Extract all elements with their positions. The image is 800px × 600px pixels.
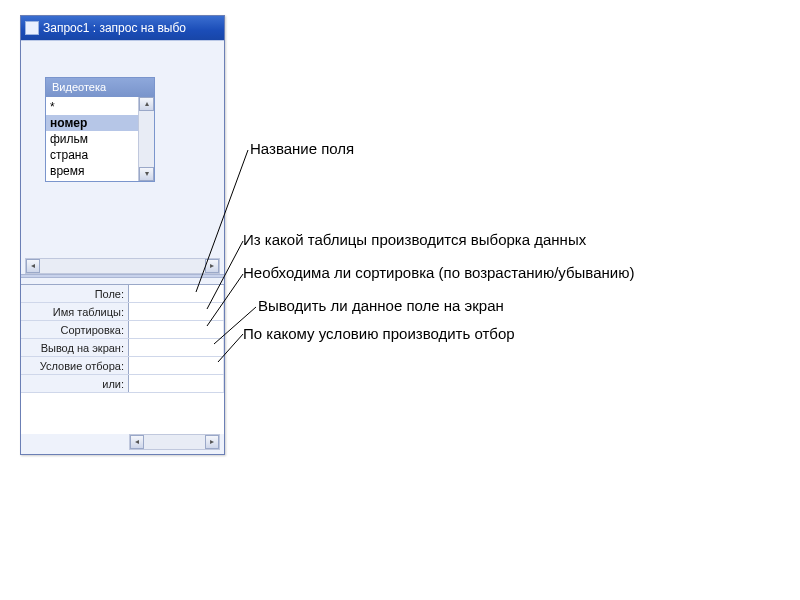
scroll-left-icon[interactable]: ◂ bbox=[26, 259, 40, 273]
query-designer-window: Запрос1 : запрос на выбо Видеотека * ном… bbox=[20, 15, 225, 455]
grid-cell[interactable] bbox=[129, 285, 224, 302]
annotation-field-name: Название поля bbox=[250, 140, 354, 157]
grid-row-show: Вывод на экран: bbox=[21, 339, 224, 357]
grid-label-table: Имя таблицы: bbox=[21, 303, 129, 320]
grid-label-field: Поле: bbox=[21, 285, 129, 302]
grid-hscroll[interactable]: ◂ ▸ bbox=[129, 434, 220, 450]
scroll-track[interactable] bbox=[144, 435, 205, 449]
grid-row-criteria: Условие отбора: bbox=[21, 357, 224, 375]
table-title: Видеотека bbox=[45, 77, 155, 97]
app-icon bbox=[25, 21, 39, 35]
window-titlebar[interactable]: Запрос1 : запрос на выбо bbox=[21, 16, 224, 40]
field-list-scrollbar[interactable]: ▴ ▾ bbox=[138, 97, 154, 181]
scroll-up-icon[interactable]: ▴ bbox=[139, 97, 154, 111]
grid-row-or: или: bbox=[21, 375, 224, 393]
annotation-show-field: Выводить ли данное поле на экран bbox=[258, 297, 504, 314]
scroll-down-icon[interactable]: ▾ bbox=[139, 167, 154, 181]
grid-cell[interactable] bbox=[129, 375, 224, 392]
designer-area: Видеотека * номер фильм страна время ▴ ▾… bbox=[21, 40, 224, 454]
table-field-list[interactable]: Видеотека * номер фильм страна время ▴ ▾ bbox=[45, 77, 155, 182]
grid-row-table: Имя таблицы: bbox=[21, 303, 224, 321]
annotation-sort-needed: Необходима ли сортировка (по возрастанию… bbox=[243, 264, 634, 281]
grid-cell[interactable] bbox=[129, 321, 224, 338]
grid-label-or: или: bbox=[21, 375, 129, 392]
annotation-criteria: По какому условию производить отбор bbox=[243, 325, 515, 342]
annotation-from-table: Из какой таблицы производится выборка да… bbox=[243, 231, 586, 248]
upper-pane-hscroll[interactable]: ◂ ▸ bbox=[25, 258, 220, 274]
grid-label-show: Вывод на экран: bbox=[21, 339, 129, 356]
grid-row-field: Поле: bbox=[21, 285, 224, 303]
scroll-track[interactable] bbox=[40, 259, 205, 273]
scroll-left-icon[interactable]: ◂ bbox=[130, 435, 144, 449]
grid-row-sort: Сортировка: bbox=[21, 321, 224, 339]
query-grid: Поле: Имя таблицы: Сортировка: Вывод на … bbox=[21, 284, 224, 434]
window-title: Запрос1 : запрос на выбо bbox=[43, 21, 186, 35]
pane-splitter[interactable] bbox=[21, 274, 224, 278]
grid-cell[interactable] bbox=[129, 303, 224, 320]
scroll-right-icon[interactable]: ▸ bbox=[205, 259, 219, 273]
field-list[interactable]: * номер фильм страна время ▴ ▾ bbox=[45, 97, 155, 182]
grid-label-sort: Сортировка: bbox=[21, 321, 129, 338]
grid-cell[interactable] bbox=[129, 357, 224, 374]
grid-cell[interactable] bbox=[129, 339, 224, 356]
grid-label-criteria: Условие отбора: bbox=[21, 357, 129, 374]
scroll-right-icon[interactable]: ▸ bbox=[205, 435, 219, 449]
